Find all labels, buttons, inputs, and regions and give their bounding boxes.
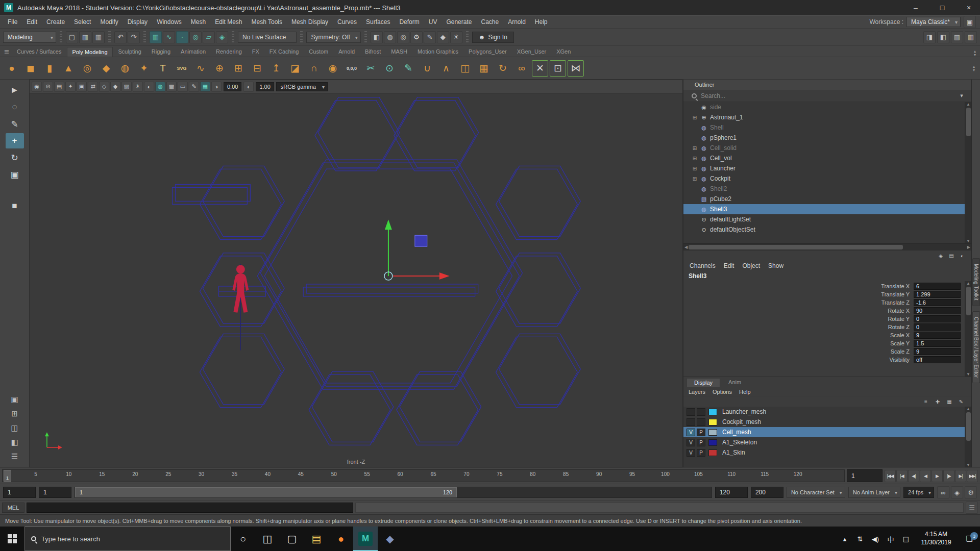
shelf-tab-motion-graphics[interactable]: Motion Graphics: [413, 47, 463, 57]
use-all-lights-icon[interactable]: ☀: [133, 82, 143, 92]
paint-select-tool[interactable]: ✎: [6, 116, 24, 132]
harden-edge-icon[interactable]: ∧: [437, 60, 455, 77]
menu-deform[interactable]: Deform: [396, 17, 423, 27]
undo-icon[interactable]: ↶: [114, 31, 127, 43]
create-layer-from-selected-icon[interactable]: ▦: [945, 397, 953, 406]
sidebar-tab-channel-box-layer-editor[interactable]: Channel Box / Layer Editor: [972, 311, 980, 384]
grid-toggle-icon[interactable]: ▦: [200, 82, 210, 92]
scroll-down-icon[interactable]: ▼: [966, 239, 970, 243]
project-curve-icon[interactable]: ✕: [532, 60, 548, 77]
expand-icon[interactable]: ⊞: [692, 156, 698, 161]
multi-cut-icon[interactable]: ✂: [362, 60, 379, 77]
modeling-toolkit-toggle-icon[interactable]: ▦: [965, 31, 977, 43]
mirror-icon[interactable]: ◫: [456, 60, 474, 77]
grease-pencil-icon[interactable]: ✎: [189, 82, 199, 92]
auto-keyframe-icon[interactable]: ◈: [951, 486, 963, 498]
taskbar-search[interactable]: Type here to search: [24, 527, 231, 551]
shelf-tab-polygons-user[interactable]: Polygons_User: [464, 47, 511, 57]
image-plane-icon[interactable]: ▣: [77, 82, 87, 92]
poly-cube-icon[interactable]: ◼: [22, 60, 39, 77]
layer-visibility-toggle[interactable]: V: [687, 449, 695, 457]
layer-color-swatch[interactable]: [708, 449, 717, 456]
isolate-select-icon[interactable]: ▭: [178, 82, 188, 92]
store-icon[interactable]: ▢: [280, 527, 304, 551]
tool-settings-toggle-icon[interactable]: ◧: [937, 31, 949, 43]
layer-visibility-toggle[interactable]: [687, 408, 695, 416]
character-set-select[interactable]: No Character Set: [787, 487, 845, 498]
make-live-shelf-icon[interactable]: ⊡: [550, 60, 566, 77]
search-filter-chevron-icon[interactable]: ▾: [957, 91, 966, 101]
scroll-left-icon[interactable]: ◀: [684, 245, 688, 249]
channel-manipulators-icon[interactable]: ◈: [937, 252, 945, 260]
firefox-icon[interactable]: ●: [329, 527, 353, 551]
outliner-horizontal-scrollbar[interactable]: ◀ ▶: [683, 243, 971, 250]
playback-start-field[interactable]: 1: [39, 487, 71, 498]
outliner-item-defaultobjectset[interactable]: ⊙defaultObjectSet: [683, 224, 965, 235]
layer-row-cell_mesh[interactable]: VPCell_mesh: [683, 427, 965, 437]
shelf-tab-bifrost[interactable]: Bifrost: [360, 47, 385, 57]
last-tool-used[interactable]: ■: [6, 198, 24, 214]
menu-uv[interactable]: UV: [425, 17, 441, 27]
shelf-tab-sculpting[interactable]: Sculpting: [114, 47, 146, 57]
channel-value-field[interactable]: 9: [914, 332, 961, 339]
start-button[interactable]: [0, 527, 24, 551]
symmetry-select[interactable]: Symmetry: Off: [306, 32, 360, 43]
render-current-frame-icon[interactable]: ◍: [384, 31, 396, 43]
layer-editor-scrollbar[interactable]: ▲ ▼: [965, 407, 971, 467]
layer-color-swatch[interactable]: [708, 419, 717, 425]
group-separator[interactable]: [364, 31, 367, 43]
layer-playback-toggle[interactable]: P: [697, 429, 705, 436]
shelf-tab-rendering[interactable]: Rendering: [211, 47, 247, 57]
layer-visibility-toggle[interactable]: V: [687, 439, 695, 446]
select-camera-icon[interactable]: ◉: [32, 82, 42, 92]
sweep-mesh-icon[interactable]: ∿: [192, 60, 209, 77]
channel-value-field[interactable]: 90: [914, 307, 961, 314]
menu-curves[interactable]: Curves: [334, 17, 360, 27]
edit-layer-icon[interactable]: ✎: [957, 397, 965, 406]
combine-icon[interactable]: ⊞: [230, 60, 247, 77]
quad-draw-icon[interactable]: ✎: [400, 60, 417, 77]
shelf-tab-poly-modeling[interactable]: Poly Modeling: [67, 47, 112, 57]
open-render-view-icon[interactable]: ◧: [371, 31, 383, 43]
outliner-vertical-scrollbar[interactable]: ▲ ▼: [965, 102, 971, 243]
menu-set-select[interactable]: Modeling: [3, 32, 56, 43]
mel-input[interactable]: [27, 503, 353, 513]
hidden-icons-chevron[interactable]: ▴: [837, 535, 852, 543]
layer-editor-menu-options[interactable]: Options: [713, 389, 732, 395]
volume-icon[interactable]: ◀): [868, 535, 883, 543]
fps-select[interactable]: 24 fps: [903, 487, 934, 498]
channel-value-field[interactable]: 0: [914, 315, 961, 322]
channel-value-field[interactable]: -1.6: [914, 299, 961, 306]
scroll-down-icon[interactable]: ▼: [966, 463, 970, 467]
maya-icon[interactable]: M: [353, 527, 378, 551]
layer-playback-toggle[interactable]: [697, 408, 705, 416]
menu-select[interactable]: Select: [70, 17, 94, 27]
outliner-item-cell_solid[interactable]: ⊞◍Cell_solid: [683, 143, 965, 153]
gamma-icon[interactable]: ◐: [243, 82, 254, 92]
play-backwards-button[interactable]: ◀: [920, 470, 931, 482]
layer-color-swatch[interactable]: [708, 429, 717, 436]
channel-box-menu-edit[interactable]: Edit: [724, 262, 734, 269]
channel-settings-icon[interactable]: ◐: [958, 252, 966, 260]
shelf-tab-animation[interactable]: Animation: [176, 47, 210, 57]
channel-box-menu-channels[interactable]: Channels: [690, 262, 716, 269]
four-pane-layout-button[interactable]: ⊞: [6, 407, 24, 420]
animation-start-field[interactable]: 1: [3, 487, 36, 498]
lasso-select-tool[interactable]: ◌: [6, 99, 24, 115]
menu-edit-mesh[interactable]: Edit Mesh: [211, 17, 246, 27]
maximize-button[interactable]: □: [931, 0, 953, 15]
move-tool[interactable]: +: [6, 133, 24, 148]
current-frame-marker[interactable]: 1: [4, 470, 11, 482]
light-editor-icon[interactable]: ☀: [450, 31, 462, 43]
shelf-tab-curves-surfaces[interactable]: Curves / Surfaces: [12, 47, 66, 57]
scroll-thumb[interactable]: [966, 287, 971, 315]
extrude-icon[interactable]: ↥: [267, 60, 285, 77]
paint-effects-icon[interactable]: ✎: [424, 31, 436, 43]
expand-icon[interactable]: ⊞: [692, 145, 698, 151]
type-tool-icon[interactable]: T: [154, 60, 172, 77]
scroll-up-icon[interactable]: ▲: [966, 102, 970, 107]
create-empty-layer-icon[interactable]: ✚: [934, 397, 942, 406]
outliner-item-cell_vol[interactable]: ⊞◍Cell_vol: [683, 153, 965, 163]
channel-value-field[interactable]: off: [914, 356, 961, 363]
go-to-end-button[interactable]: ▶▶|: [967, 470, 978, 482]
